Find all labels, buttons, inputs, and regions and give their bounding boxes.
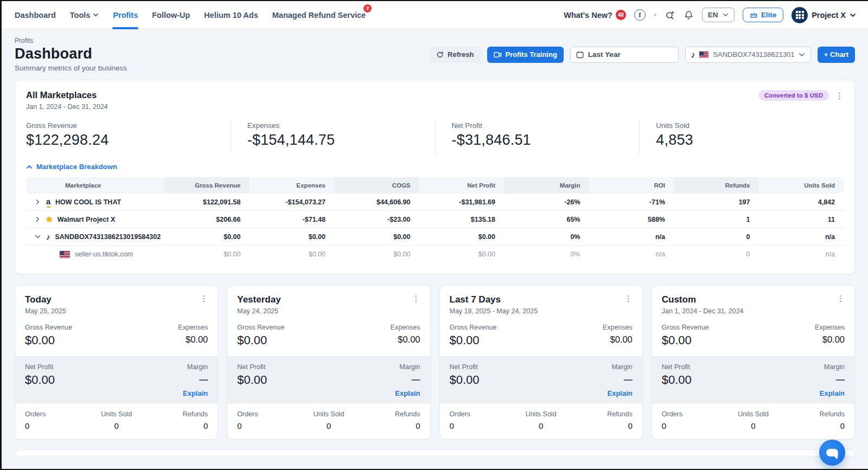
search-sparkle-icon[interactable] xyxy=(665,10,675,21)
expand-chevron-icon[interactable] xyxy=(34,216,41,222)
nav-item-label: Tools xyxy=(70,11,91,20)
cell-units-sold: 11 xyxy=(759,216,844,223)
table-row-walmart: ✱ Walmart Project X $206.66 -$71.48 -$23… xyxy=(26,211,844,228)
nav-item-follow-up[interactable]: Follow-Up xyxy=(152,1,190,29)
explain-link[interactable]: Explain xyxy=(395,389,420,397)
units-sold-label: Units Sold xyxy=(312,410,345,418)
kebab-menu-icon[interactable]: ⋮ xyxy=(835,92,844,100)
whats-new-label: What's New? xyxy=(564,11,612,20)
summary-card-last-7-days: Last 7 Days May 18, 2025 - May 24, 2025 … xyxy=(439,285,643,440)
profits-training-button[interactable]: Profits Training xyxy=(487,47,564,63)
cell-units-sold: n/a xyxy=(759,250,844,258)
cell-net-profit: $0.00 xyxy=(419,250,505,258)
gross-revenue-value: $0.00 xyxy=(450,333,497,347)
overview-date-range: Jan 1, 2024 - Dec 31, 2024 xyxy=(26,103,108,111)
card-date-range: May 18, 2025 - May 24, 2025 xyxy=(450,307,538,315)
notifications-bell-icon[interactable] xyxy=(684,10,694,21)
nav-item-label: Profits xyxy=(113,11,138,20)
metric-value: $122,298.24 xyxy=(26,132,231,149)
cell-gross-revenue: $122,091.58 xyxy=(164,198,250,206)
units-sold-value: 0 xyxy=(100,421,133,430)
cell-refunds: 197 xyxy=(674,198,759,206)
whats-new-link[interactable]: What's New? 48 xyxy=(564,10,626,20)
cell-cogs: $0.00 xyxy=(334,233,419,241)
facebook-icon[interactable]: f xyxy=(634,9,646,21)
main-menu: Dashboard Tools Profits Follow-Up Helium… xyxy=(15,1,366,29)
chat-widget-button[interactable] xyxy=(819,440,845,466)
cell-margin: 65% xyxy=(504,216,589,223)
nav-item-profits[interactable]: Profits xyxy=(113,1,138,29)
refunds-label: Refunds xyxy=(388,410,420,418)
metric-label: Units Sold xyxy=(656,121,844,130)
cell-refunds: 0 xyxy=(674,250,759,258)
marketplace-breakdown-toggle[interactable]: Marketplace Breakdown xyxy=(26,163,844,171)
gross-revenue-label: Gross Revenue xyxy=(450,324,497,331)
elite-plan-button[interactable]: Elite xyxy=(743,8,784,22)
cell-roi: 588% xyxy=(589,216,674,223)
kebab-menu-icon[interactable]: ⋮ xyxy=(200,294,208,315)
cell-refunds: 0 xyxy=(674,233,759,241)
chevron-down-icon xyxy=(799,51,805,58)
account-menu[interactable]: Project X xyxy=(792,7,856,23)
calendar-icon xyxy=(576,51,584,59)
add-chart-button[interactable]: + Chart xyxy=(818,47,855,63)
nav-item-tools[interactable]: Tools xyxy=(70,1,99,29)
kebab-menu-icon[interactable]: ⋮ xyxy=(624,294,633,315)
explain-link[interactable]: Explain xyxy=(820,389,845,397)
metric-net-profit: Net Profit -$31,846.51 xyxy=(435,119,640,154)
converted-usd-badge: Converted to $ USD xyxy=(758,90,829,101)
nav-item-helium10-ads[interactable]: Helium 10 Ads xyxy=(204,1,258,29)
account-name: Project X xyxy=(812,11,846,20)
main-content: All Marketplaces Jan 1, 2024 - Dec 31, 2… xyxy=(2,80,868,456)
collapse-chevron-icon[interactable] xyxy=(34,234,41,240)
explain-link[interactable]: Explain xyxy=(608,389,633,397)
breadcrumb[interactable]: Profits xyxy=(15,37,127,44)
orders-label: Orders xyxy=(237,410,270,418)
expenses-label: Expenses xyxy=(178,324,208,331)
units-sold-value: 0 xyxy=(312,421,345,430)
summary-card-custom: Custom Jan 1, 2024 - Dec 31, 2024 ⋮ Gros… xyxy=(652,285,855,440)
us-flag-icon xyxy=(60,251,70,258)
chevron-down-icon xyxy=(93,12,99,18)
marketplace-name[interactable]: HOW COOL IS THAT xyxy=(55,198,121,206)
expand-chevron-icon[interactable] xyxy=(34,199,41,205)
cell-units-sold: 4,842 xyxy=(759,198,844,206)
kebab-menu-icon[interactable]: ⋮ xyxy=(412,294,420,315)
amazon-icon: a xyxy=(46,198,50,206)
marketplace-name[interactable]: seller-us.tiktok.com xyxy=(75,250,133,258)
nav-item-managed-refund-service[interactable]: Managed Refund Service 2 xyxy=(272,1,366,29)
chat-bubble-icon xyxy=(826,449,838,456)
orders-value: 0 xyxy=(662,421,694,430)
margin-value: — xyxy=(820,375,845,385)
language-select[interactable]: EN xyxy=(702,8,735,22)
units-sold-label: Units Sold xyxy=(525,410,557,418)
cell-net-profit: -$31,981.69 xyxy=(419,198,505,206)
cell-roi: n/a xyxy=(589,233,674,241)
nav-item-label: Dashboard xyxy=(15,11,56,20)
cell-roi: -71% xyxy=(589,198,674,206)
marketplace-name[interactable]: SANDBOX7431386213019584302 xyxy=(55,233,161,241)
nav-item-dashboard[interactable]: Dashboard xyxy=(15,1,56,29)
refunds-label: Refunds xyxy=(600,410,633,418)
refresh-icon xyxy=(436,51,444,59)
refunds-value: 0 xyxy=(175,421,208,430)
refunds-value: 0 xyxy=(600,421,633,430)
notification-badge: 2 xyxy=(363,4,372,12)
marketplace-select[interactable]: ♪ SANDBOX743138621301... xyxy=(685,47,811,63)
net-profit-value: $0.00 xyxy=(662,373,692,387)
column-header: Marketplace xyxy=(26,177,164,194)
refresh-button[interactable]: Refresh xyxy=(430,47,480,63)
nav-item-label: Helium 10 Ads xyxy=(204,11,258,20)
expenses-label: Expenses xyxy=(815,324,845,331)
cell-expenses: -$71.48 xyxy=(250,216,335,223)
metric-value: -$31,846.51 xyxy=(452,132,640,149)
overview-metrics: Gross Revenue $122,298.24 Expenses -$154… xyxy=(26,119,844,154)
date-range-picker[interactable]: Last Year xyxy=(570,47,679,63)
kebab-menu-icon[interactable]: ⋮ xyxy=(837,294,845,315)
app-window: Dashboard Tools Profits Follow-Up Helium… xyxy=(0,0,868,470)
overview-header-right: Converted to $ USD ⋮ xyxy=(758,90,844,101)
explain-link[interactable]: Explain xyxy=(183,389,208,397)
cell-gross-revenue: $206.66 xyxy=(164,216,250,223)
marketplace-name[interactable]: Walmart Project X xyxy=(58,216,116,223)
refunds-label: Refunds xyxy=(812,410,845,418)
